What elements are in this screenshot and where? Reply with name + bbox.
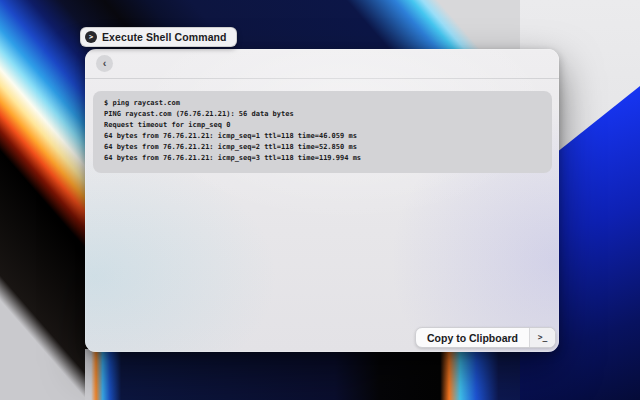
action-bar: Copy to Clipboard >_: [415, 327, 556, 348]
terminal-output[interactable]: $ ping raycast.comPING raycast.com (76.7…: [93, 91, 552, 173]
shell-command-icon: >: [85, 31, 97, 43]
copy-to-clipboard-button[interactable]: Copy to Clipboard: [416, 328, 529, 347]
terminal-key-icon[interactable]: >_: [529, 328, 555, 347]
terminal-line: $ ping raycast.com: [104, 98, 541, 109]
window-header: ‹: [85, 49, 559, 79]
back-button[interactable]: ‹: [96, 55, 113, 72]
terminal-line: 64 bytes from 76.76.21.21: icmp_seq=2 tt…: [104, 142, 541, 153]
raycast-window: ‹ $ ping raycast.comPING raycast.com (76…: [85, 49, 559, 352]
terminal-line: PING raycast.com (76.76.21.21): 56 data …: [104, 109, 541, 120]
copy-button-group: Copy to Clipboard >_: [415, 327, 556, 348]
terminal-line: 64 bytes from 76.76.21.21: icmp_seq=1 tt…: [104, 131, 541, 142]
terminal-line: 64 bytes from 76.76.21.21: icmp_seq=3 tt…: [104, 153, 541, 164]
terminal-line: Request timeout for icmp_seq 0: [104, 120, 541, 131]
command-hud-label: Execute Shell Command: [102, 31, 227, 43]
command-hud-badge: > Execute Shell Command: [80, 27, 237, 47]
